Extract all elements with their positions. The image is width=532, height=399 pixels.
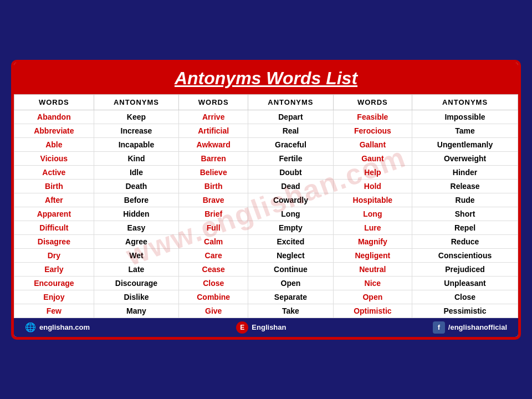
col-header-0: WORDS: [14, 94, 94, 110]
word-cell: Hold: [333, 179, 412, 193]
antonym-cell: Excited: [248, 234, 333, 248]
antonym-cell: Overweight: [412, 151, 518, 165]
word-cell: Barren: [179, 151, 248, 165]
word-cell: Cease: [179, 262, 248, 276]
word-cell: Calm: [179, 234, 248, 248]
table-row: EnjoyDislikeCombineSeparateOpenClose: [14, 290, 518, 304]
word-cell: Help: [333, 165, 412, 179]
word-cell: Care: [179, 248, 248, 262]
antonym-cell: Keep: [94, 110, 178, 124]
main-card: Antonyms Words List www.englishan.com WO…: [11, 60, 521, 340]
antonym-cell: Tame: [412, 124, 518, 137]
word-cell: Magnify: [333, 234, 412, 248]
antonym-cell: Hinder: [412, 165, 518, 179]
antonyms-table: WORDSANTONYMSWORDSANTONYMSWORDSANTONYMS …: [14, 94, 518, 318]
antonym-cell: Rude: [412, 193, 518, 207]
antonym-cell: Agree: [94, 234, 178, 248]
antonym-cell: Open: [248, 276, 333, 290]
word-cell: Active: [14, 165, 94, 179]
word-cell: Awkward: [179, 137, 248, 151]
word-cell: Birth: [179, 179, 248, 193]
word-cell: Arrive: [179, 110, 248, 124]
table-row: ViciousKindBarrenFertileGauntOverweight: [14, 151, 518, 165]
col-header-4: WORDS: [333, 94, 412, 110]
table-row: AfterBeforeBraveCowardlyHospitableRude: [14, 193, 518, 207]
antonym-cell: Close: [412, 290, 518, 304]
antonym-cell: Cowardly: [248, 193, 333, 207]
antonym-cell: Wet: [94, 248, 178, 262]
antonym-cell: Many: [94, 304, 178, 318]
word-cell: Abandon: [14, 110, 94, 124]
antonym-cell: Reduce: [412, 234, 518, 248]
footer-left: 🌐 englishan.com: [25, 322, 90, 332]
antonym-cell: Ungentlemanly: [412, 137, 518, 151]
antonym-cell: Fertile: [248, 151, 333, 165]
table-row: BirthDeathBirthDeadHoldRelease: [14, 179, 518, 193]
word-cell: Negligent: [333, 248, 412, 262]
antonym-cell: Doubt: [248, 165, 333, 179]
antonym-cell: Impossible: [412, 110, 518, 124]
antonym-cell: Depart: [248, 110, 333, 124]
table-row: EncourageDiscourageCloseOpenNiceUnpleasa…: [14, 276, 518, 290]
footer-center-text: Englishan: [252, 323, 286, 331]
word-cell: Neutral: [333, 262, 412, 276]
word-cell: Encourage: [14, 276, 94, 290]
table-header-row: WORDSANTONYMSWORDSANTONYMSWORDSANTONYMS: [14, 94, 518, 110]
word-cell: Abbreviate: [14, 124, 94, 137]
word-cell: Enjoy: [14, 290, 94, 304]
footer: 🌐 englishan.com E Englishan f /englishan…: [14, 318, 518, 337]
antonym-cell: Dead: [248, 179, 333, 193]
antonym-cell: Long: [248, 207, 333, 221]
word-cell: Optimistic: [333, 304, 412, 318]
antonym-cell: Easy: [94, 221, 178, 234]
antonym-cell: Before: [94, 193, 178, 207]
antonym-cell: Real: [248, 124, 333, 137]
antonym-cell: Late: [94, 262, 178, 276]
table-row: AbandonKeepArriveDepartFeasibleImpossibl…: [14, 110, 518, 124]
antonym-cell: Hidden: [94, 207, 178, 221]
antonym-cell: Incapable: [94, 137, 178, 151]
antonym-cell: Take: [248, 304, 333, 318]
antonym-cell: Graceful: [248, 137, 333, 151]
word-cell: Nice: [333, 276, 412, 290]
antonym-cell: Idle: [94, 165, 178, 179]
footer-right: f /englishanofficial: [433, 321, 507, 334]
antonym-cell: Increase: [94, 124, 178, 137]
word-cell: Dry: [14, 248, 94, 262]
word-cell: Full: [179, 221, 248, 234]
word-cell: Able: [14, 137, 94, 151]
antonym-cell: Repel: [412, 221, 518, 234]
word-cell: Birth: [14, 179, 94, 193]
word-cell: Gallant: [333, 137, 412, 151]
antonym-cell: Continue: [248, 262, 333, 276]
table-row: AbbreviateIncreaseArtificialRealFerociou…: [14, 124, 518, 137]
antonym-cell: Release: [412, 179, 518, 193]
table-row: DisagreeAgreeCalmExcitedMagnifyReduce: [14, 234, 518, 248]
table-row: DifficultEasyFullEmptyLureRepel: [14, 221, 518, 234]
table-body: AbandonKeepArriveDepartFeasibleImpossibl…: [14, 110, 518, 318]
page-title: Antonyms Words List: [14, 68, 518, 89]
antonym-cell: Prejudiced: [412, 262, 518, 276]
englishan-icon: E: [236, 321, 248, 334]
antonym-cell: Short: [412, 207, 518, 221]
table-row: FewManyGiveTakeOptimisticPessimistic: [14, 304, 518, 318]
antonym-cell: Empty: [248, 221, 333, 234]
word-cell: Open: [333, 290, 412, 304]
word-cell: Feasible: [333, 110, 412, 124]
word-cell: Combine: [179, 290, 248, 304]
col-header-3: ANTONYMS: [248, 94, 333, 110]
table-row: AbleIncapableAwkwardGracefulGallantUngen…: [14, 137, 518, 151]
word-cell: Ferocious: [333, 124, 412, 137]
footer-center: E Englishan: [236, 321, 286, 334]
antonym-cell: Conscientious: [412, 248, 518, 262]
word-cell: Vicious: [14, 151, 94, 165]
antonym-cell: Pessimistic: [412, 304, 518, 318]
table-row: EarlyLateCeaseContinueNeutralPrejudiced: [14, 262, 518, 276]
antonym-cell: Discourage: [94, 276, 178, 290]
antonym-cell: Death: [94, 179, 178, 193]
word-cell: Gaunt: [333, 151, 412, 165]
word-cell: Apparent: [14, 207, 94, 221]
table-wrapper: www.englishan.com WORDSANTONYMSWORDSANTO…: [14, 94, 518, 318]
word-cell: Few: [14, 304, 94, 318]
word-cell: After: [14, 193, 94, 207]
